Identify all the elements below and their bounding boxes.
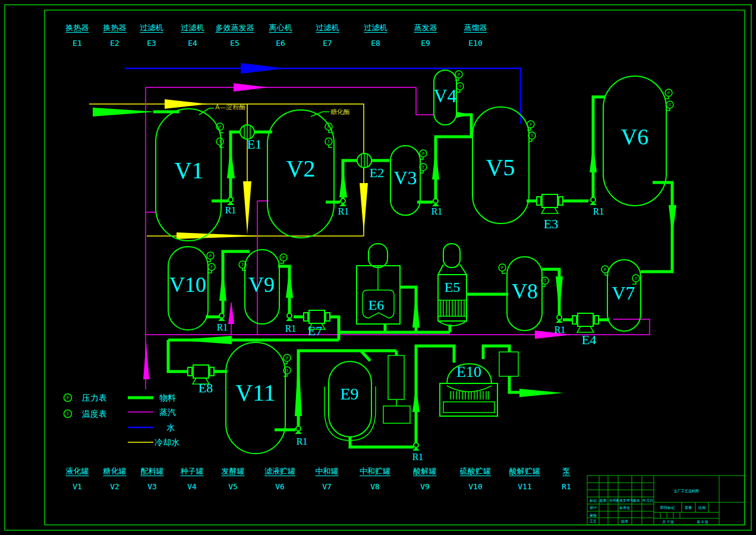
pump-icon (412, 443, 420, 451)
top-label-e9: 蒸发器 (414, 24, 437, 32)
legend-temperature-label: 温度表 (81, 409, 107, 418)
material-lines (93, 97, 676, 447)
svg-text:P: P (282, 256, 285, 260)
bottom-code-v4: V4 (187, 482, 197, 491)
bottom-label-v4: 种子罐 (181, 467, 204, 475)
top-label-e3: 过滤机 (140, 24, 163, 32)
pressure-gauge-icon: P (325, 123, 332, 133)
legend-water-label: 水 (166, 423, 175, 432)
svg-text:T: T (210, 265, 213, 270)
svg-text:P: P (286, 356, 288, 361)
bottom-label-v6: 滤液贮罐 (264, 467, 295, 475)
tag-e2: E2 (370, 165, 384, 180)
tag-v3: V3 (393, 167, 417, 188)
tag-pump: R1 (225, 205, 237, 215)
process-flow-diagram: P T P T P T P T P T P T P T P T P T P T … (0, 0, 756, 535)
svg-text:T: T (531, 134, 534, 139)
temperature-gauge-icon: T (325, 138, 332, 147)
temperature-gauge-icon: T (208, 263, 215, 273)
tb-standardization: 标准化 (619, 505, 630, 510)
tag-v11: V11 (235, 379, 275, 406)
top-label-e10: 蒸馏器 (464, 24, 487, 32)
pump-icon (227, 197, 234, 205)
filter-e4 (572, 313, 598, 332)
tag-e3: E3 (544, 216, 558, 231)
tag-v9: V9 (248, 273, 275, 297)
pressure-gauge-icon: P (280, 254, 287, 263)
svg-text:T: T (669, 103, 672, 108)
tag-e6: E6 (368, 297, 385, 313)
pressure-gauge-icon: P (216, 123, 223, 133)
tb-change-file: 更改文件号 (616, 498, 634, 502)
tag-v1: V1 (175, 157, 204, 184)
bottom-code-v7: V7 (322, 482, 332, 491)
pressure-gauge-icon: P (64, 394, 72, 402)
tag-e5: E5 (445, 279, 461, 295)
bottom-code-v8: V8 (370, 482, 380, 491)
legend-cooling-label: 冷却水 (155, 438, 179, 447)
annotation-glucoamylase: 糖化酶 (330, 108, 350, 116)
svg-text:P: P (530, 122, 532, 127)
svg-text:T: T (422, 165, 425, 170)
pressure-gauge-icon: P (284, 354, 291, 364)
pump-icon (590, 197, 597, 205)
pump-icon (286, 313, 293, 321)
tag-pump: R1 (593, 206, 604, 216)
tb-signature: 签名 (633, 498, 640, 503)
bottom-label-v8: 中和贮罐 (360, 467, 390, 475)
filter-e3 (537, 194, 563, 213)
bottom-label-v1: 液化罐 (66, 467, 89, 475)
tag-e7: E7 (308, 323, 322, 338)
vessels (156, 70, 666, 454)
pressure-gauge-icon: P (665, 89, 672, 99)
tag-e9: E9 (340, 385, 358, 403)
tb-sheet-total: 共 7 张 (662, 520, 674, 524)
tb-mark: 标记 (589, 498, 597, 503)
top-code-e3: E3 (147, 39, 156, 48)
svg-text:P: P (67, 396, 69, 401)
temperature-gauge-icon: T (666, 101, 673, 111)
distiller-e10 (440, 352, 518, 416)
tag-v10: V10 (169, 273, 206, 297)
pressure-gauge-icon: P (420, 150, 427, 159)
pumps (218, 197, 597, 451)
pump-icon (432, 199, 439, 206)
title-block: 全厂工艺流程图 标记 处数 分区 更改文件号 签名 年月日 设计 标准化 审核 … (587, 476, 745, 525)
tb-count: 处数 (599, 498, 607, 503)
top-code-e9: E9 (421, 39, 430, 48)
tb-process: 工艺 (590, 519, 597, 523)
bottom-label-v10: 硫酸贮罐 (460, 467, 491, 475)
bottom-code-v1: V1 (73, 482, 82, 491)
bottom-label-v2: 糖化罐 (103, 467, 127, 475)
top-label-e2: 换热器 (103, 24, 127, 32)
top-label-e7: 过滤机 (316, 24, 339, 32)
top-label-e1: 换热器 (66, 24, 89, 32)
temperature-gauge-icon: T (216, 138, 223, 147)
tb-sheet-no: 第 5 张 (697, 520, 708, 524)
bottom-code-v11: V11 (518, 482, 531, 491)
bottom-label-v3: 配料罐 (141, 467, 164, 475)
tag-pump: R1 (285, 323, 297, 333)
bottom-code-v6: V6 (275, 482, 285, 491)
legend: P T 压力表 温度表 物料 蒸汽 水 冷却水 (64, 393, 180, 447)
bottom-code-v2: V2 (110, 482, 119, 491)
bottom-code-v9: V9 (420, 482, 430, 491)
svg-text:T: T (544, 279, 547, 284)
tag-e1: E1 (247, 137, 262, 152)
legend-material-label: 物料 (159, 393, 176, 402)
top-code-e7: E7 (323, 39, 332, 48)
pump-icon (556, 315, 563, 323)
pressure-gauge-icon: P (499, 264, 506, 273)
top-label-e8: 过滤机 (364, 24, 388, 32)
top-code-e1: E1 (73, 39, 82, 48)
top-code-e4: E4 (188, 39, 197, 48)
bottom-code-r1: R1 (562, 482, 571, 491)
tag-v6: V6 (621, 124, 648, 149)
svg-text:T: T (286, 369, 289, 373)
top-label-e5: 多效蒸发器 (216, 24, 254, 32)
top-code-e2: E2 (110, 39, 119, 48)
tag-e4: E4 (582, 332, 596, 347)
temperature-gauge-icon: T (64, 410, 72, 418)
bottom-label-r1: 泵 (563, 467, 571, 475)
tag-pump: R1 (297, 436, 308, 446)
